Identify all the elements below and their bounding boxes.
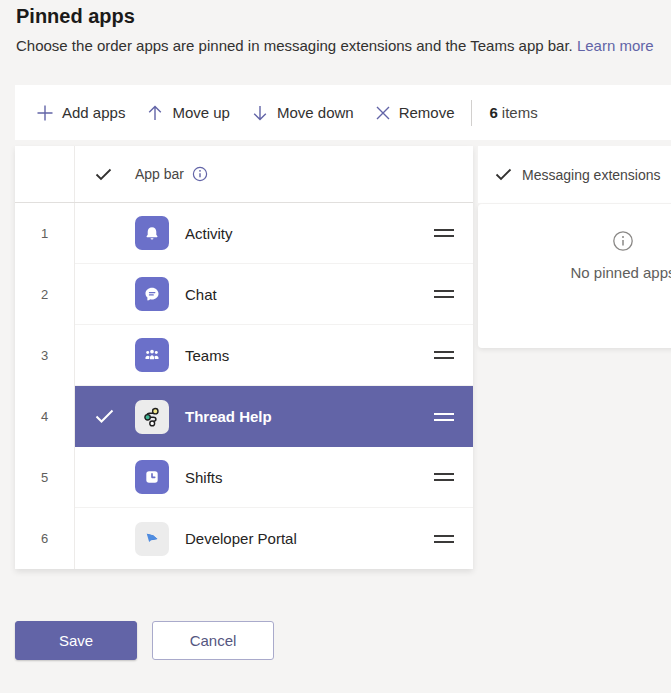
row-number: 4 [15,386,75,447]
x-icon [374,104,392,122]
page-title: Pinned apps [16,5,135,28]
app-name: Teams [185,347,229,364]
cancel-button[interactable]: Cancel [152,621,274,660]
header-check-icon [95,168,112,181]
plus-icon [35,103,55,123]
row-number: 5 [15,447,75,508]
info-circle-icon [612,230,634,252]
selected-check-icon [95,409,114,424]
move-down-label: Move down [277,104,354,121]
items-count-number: 6 [490,104,498,121]
drag-handle-icon[interactable] [431,222,457,244]
arrow-up-icon [145,103,165,123]
app-bar-table-header: App bar [15,146,473,203]
move-up-label: Move up [172,104,230,121]
empty-state-text: No pinned apps [570,264,671,281]
row-number: 2 [15,264,75,325]
app-row-thread-help[interactable]: 4 Thread Help [15,386,473,447]
move-down-button[interactable]: Move down [240,97,364,129]
items-count-label: items [502,104,538,121]
app-row-shifts[interactable]: 5 Shifts [15,447,473,508]
arrow-down-icon [250,103,270,123]
app-bar-column-label: App bar [135,166,184,182]
page-subtitle: Choose the order apps are pinned in mess… [16,37,671,54]
header-check-icon [495,168,512,181]
save-button[interactable]: Save [15,621,137,660]
messaging-extension-column-label: Messaging extensions [522,167,661,183]
app-name: Activity [185,225,233,242]
messaging-extension-header: Messaging extensions [478,146,671,203]
info-icon[interactable] [192,166,208,182]
learn-more-link[interactable]: Learn more [577,37,654,54]
row-number: 3 [15,325,75,386]
add-apps-label: Add apps [62,104,125,121]
app-row-activity[interactable]: 1 Activity [15,203,473,264]
remove-button[interactable]: Remove [364,98,465,128]
drag-handle-icon[interactable] [431,406,457,428]
subtitle-text: Choose the order apps are pinned in mess… [16,37,577,54]
drag-handle-icon[interactable] [431,528,457,550]
app-row-developer-portal[interactable]: 6 Developer Portal [15,508,473,569]
pinned-apps-page: Pinned apps Choose the order apps are pi… [0,0,671,693]
app-name: Thread Help [185,408,272,425]
app-bar-table: App bar 1 Activity 2 [15,146,473,569]
app-name: Chat [185,286,217,303]
app-name: Shifts [185,469,223,486]
drag-handle-icon[interactable] [431,283,457,305]
messaging-extension-empty-card: No pinned apps [478,204,671,348]
move-up-button[interactable]: Move up [135,97,240,129]
developer-portal-icon [135,522,169,556]
items-count: 6items [490,104,538,121]
row-number: 6 [15,508,75,569]
teams-people-icon [135,338,169,372]
app-name: Developer Portal [185,530,297,547]
bell-icon [135,216,169,250]
drag-handle-icon[interactable] [431,466,457,488]
toolbar: Add apps Move up Move down Remove 6items [15,85,671,140]
app-row-chat[interactable]: 2 Chat [15,264,473,325]
remove-label: Remove [399,104,455,121]
add-apps-button[interactable]: Add apps [25,97,135,129]
chat-bubble-icon [135,277,169,311]
number-column-header [15,146,75,202]
row-number: 1 [15,203,75,264]
toolbar-divider [471,100,472,126]
thread-help-icon [135,400,169,434]
app-row-teams[interactable]: 3 Teams [15,325,473,386]
drag-handle-icon[interactable] [431,344,457,366]
shifts-clock-icon [135,460,169,494]
